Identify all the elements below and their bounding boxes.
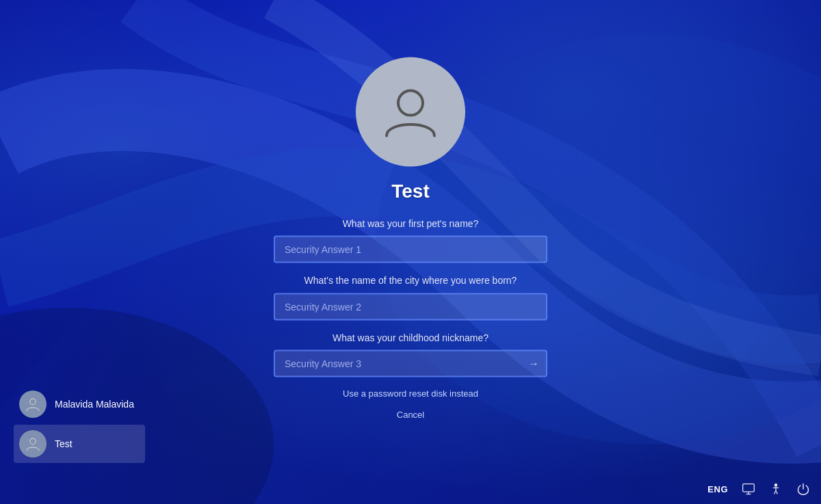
user-name-malavida: Malavida Malavida — [55, 399, 134, 410]
user-avatar-test-icon — [25, 436, 41, 452]
user-name-test: Test — [55, 438, 73, 449]
user-avatar-malavida-icon — [25, 396, 41, 412]
avatar — [356, 57, 465, 166]
accessibility-icon[interactable] — [769, 482, 783, 496]
password-reset-disk-link[interactable]: Use a password reset disk instead — [343, 388, 478, 399]
security-answer-2-input[interactable] — [274, 293, 547, 320]
user-switcher: Malavida Malavida Test — [14, 385, 145, 463]
user-avatar-test — [19, 430, 47, 457]
security-answer-3-input[interactable] — [274, 350, 547, 377]
login-panel: Test What was your first pet's name? Wha… — [274, 57, 547, 420]
security-question-2: What's the name of the city where you we… — [274, 274, 547, 288]
security-question-3: What was your childhood nickname? — [274, 331, 547, 345]
answer-3-wrapper: → — [274, 350, 547, 377]
svg-rect-5 — [743, 484, 755, 492]
svg-line-12 — [776, 491, 778, 494]
user-item-test[interactable]: Test — [14, 425, 145, 463]
system-tray: ENG — [707, 482, 810, 496]
monitor-icon[interactable] — [742, 482, 755, 496]
security-answer-1-input[interactable] — [274, 236, 547, 263]
user-item-malavida[interactable]: Malavida Malavida — [14, 385, 145, 423]
svg-point-8 — [774, 484, 777, 486]
svg-point-3 — [30, 399, 36, 404]
username-label: Test — [391, 180, 430, 202]
power-icon[interactable] — [796, 482, 810, 496]
avatar-icon — [380, 81, 441, 142]
security-question-1: What was your first pet's name? — [274, 217, 547, 230]
answer-2-wrapper — [274, 293, 547, 320]
svg-point-2 — [398, 90, 423, 115]
answer-1-wrapper — [274, 236, 547, 263]
svg-line-11 — [774, 491, 777, 494]
language-label[interactable]: ENG — [707, 484, 728, 494]
cancel-link[interactable]: Cancel — [397, 410, 424, 420]
user-avatar-malavida — [19, 390, 47, 418]
submit-arrow-icon[interactable]: → — [528, 358, 539, 370]
svg-point-4 — [30, 438, 36, 444]
